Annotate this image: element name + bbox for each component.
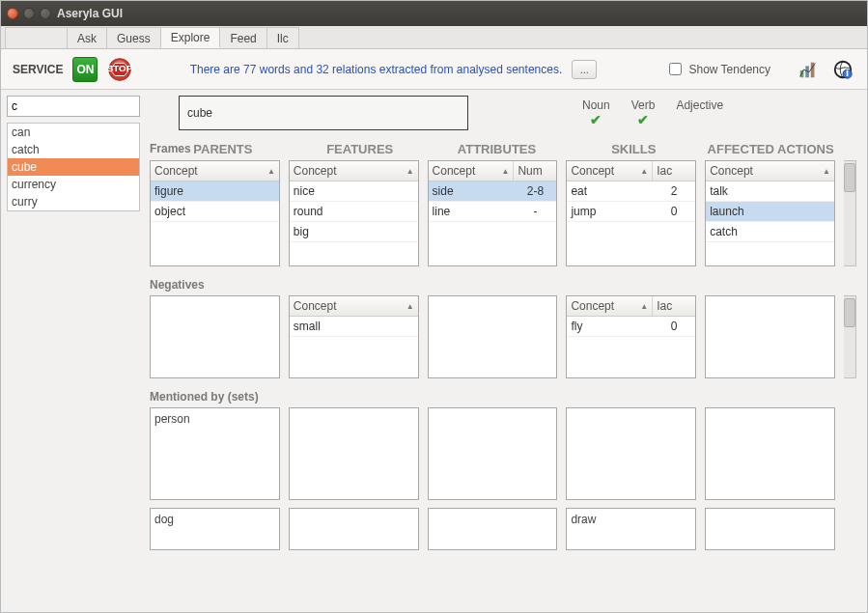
row-scrollbar[interactable] bbox=[844, 160, 857, 266]
sort-icon: ▲ bbox=[267, 167, 275, 176]
affected-table: Concept▲ talk launch catch bbox=[705, 160, 835, 266]
table-row[interactable]: fly0 bbox=[567, 317, 695, 337]
table-header[interactable]: Concept▲ bbox=[151, 161, 279, 181]
th-label: Iac bbox=[657, 164, 672, 178]
table-header[interactable]: Concept▲ bbox=[706, 161, 834, 181]
tab-guess[interactable]: Guess bbox=[106, 27, 161, 48]
mention-box[interactable] bbox=[428, 407, 558, 500]
status-text-label: There are 77 words and 32 relations extr… bbox=[190, 63, 563, 76]
show-tendency-toggle[interactable]: Show Tendency bbox=[665, 60, 770, 78]
th-label: Concept bbox=[294, 299, 337, 313]
table-row[interactable]: object bbox=[151, 202, 279, 222]
table-row[interactable]: big bbox=[290, 222, 418, 242]
mention-box[interactable] bbox=[289, 407, 419, 500]
cell: line bbox=[429, 202, 515, 221]
list-item[interactable]: curry bbox=[8, 193, 139, 210]
cell: eat bbox=[567, 181, 653, 201]
table-row[interactable]: jump0 bbox=[567, 202, 695, 222]
svg-text:i: i bbox=[846, 67, 849, 78]
service-label: SERVICE bbox=[13, 63, 63, 76]
tab-label: Ilc bbox=[277, 32, 289, 45]
svg-text:STOP: STOP bbox=[107, 62, 132, 72]
mention-box[interactable] bbox=[566, 407, 696, 500]
col-head-attributes: ATTRIBUTES bbox=[434, 142, 561, 156]
service-stop-button[interactable]: STOP bbox=[107, 57, 132, 82]
list-item[interactable]: catch bbox=[8, 141, 139, 158]
cell: round bbox=[290, 202, 418, 221]
table-row[interactable]: talk bbox=[706, 181, 834, 202]
sort-icon: ▲ bbox=[406, 302, 414, 311]
table-header[interactable]: Concept▲ Iac bbox=[567, 161, 695, 181]
search-input[interactable] bbox=[7, 96, 140, 117]
stop-icon: STOP bbox=[107, 57, 132, 82]
table-row[interactable]: side2-8 bbox=[429, 181, 557, 202]
globe-icon[interactable]: i bbox=[830, 57, 855, 82]
pos-label: Verb bbox=[631, 98, 656, 112]
mention-box[interactable]: dog bbox=[150, 508, 280, 550]
cell: catch bbox=[706, 222, 834, 241]
mention-box[interactable] bbox=[289, 508, 419, 550]
th-label: Concept bbox=[571, 299, 614, 313]
list-item[interactable]: can bbox=[8, 124, 139, 141]
toolbar: SERVICE ON STOP There are 77 words and 3… bbox=[1, 49, 867, 90]
th-label: Concept bbox=[154, 164, 198, 178]
table-row[interactable]: figure bbox=[151, 181, 279, 202]
window-title: Aseryla GUI bbox=[57, 7, 123, 20]
service-on-button[interactable]: ON bbox=[72, 57, 98, 82]
tab-label: Feed bbox=[230, 32, 256, 45]
current-word-box: cube bbox=[179, 96, 468, 130]
tab-label: Guess bbox=[117, 32, 151, 45]
th-label: Concept bbox=[294, 164, 337, 178]
mention-box[interactable]: person bbox=[150, 407, 280, 500]
window-minimize-icon[interactable] bbox=[23, 8, 35, 19]
tab-label: Explore bbox=[171, 31, 210, 44]
frames-row: Concept▲ figure object Concept▲ nice rou… bbox=[150, 160, 857, 266]
table-row[interactable]: line- bbox=[429, 202, 557, 222]
tab-feed[interactable]: Feed bbox=[219, 27, 266, 48]
table-header[interactable]: Concept▲ bbox=[290, 296, 418, 317]
table-header[interactable]: Concept▲ bbox=[290, 161, 418, 181]
cell: object bbox=[151, 202, 279, 221]
list-item[interactable]: currency bbox=[8, 176, 139, 193]
show-tendency-checkbox[interactable] bbox=[669, 63, 682, 75]
tab-explore[interactable]: Explore bbox=[160, 27, 221, 48]
table-row[interactable]: eat2 bbox=[567, 181, 695, 202]
tab-ilc[interactable]: Ilc bbox=[266, 27, 299, 48]
window-close-icon[interactable] bbox=[7, 8, 18, 19]
col-head-parents: PARENTS bbox=[159, 142, 287, 156]
mention-box[interactable] bbox=[428, 508, 558, 550]
table-row[interactable]: small bbox=[290, 317, 418, 337]
cell: jump bbox=[567, 202, 653, 221]
table-header[interactable]: Concept▲ Iac bbox=[567, 296, 695, 317]
neg-parents-table bbox=[150, 295, 280, 378]
mentioned-label: Mentioned by (sets) bbox=[150, 390, 857, 404]
th-label: Concept bbox=[710, 164, 753, 178]
status-text: There are 77 words and 32 relations extr… bbox=[142, 60, 644, 79]
chart-icon[interactable] bbox=[796, 57, 821, 82]
col-head-features: FEATURES bbox=[296, 142, 424, 156]
status-more-button[interactable]: ... bbox=[572, 60, 597, 79]
check-placeholder bbox=[698, 112, 701, 125]
table-row[interactable]: round bbox=[290, 202, 418, 222]
features-table: Concept▲ nice round big bbox=[289, 160, 419, 266]
list-item[interactable]: cube bbox=[8, 158, 139, 176]
mention-box[interactable]: draw bbox=[566, 508, 696, 550]
cell: fly bbox=[567, 317, 653, 336]
mentioned-row1: person bbox=[150, 407, 857, 500]
window-maximize-icon[interactable] bbox=[40, 8, 51, 19]
cell: 0 bbox=[653, 202, 695, 221]
tab-bar: Ask Guess Explore Feed Ilc bbox=[1, 26, 867, 49]
tab-ask[interactable]: Ask bbox=[67, 27, 107, 48]
table-row[interactable]: catch bbox=[706, 222, 834, 242]
sort-icon: ▲ bbox=[406, 167, 414, 176]
table-row[interactable]: launch bbox=[706, 202, 834, 222]
table-header[interactable]: Concept▲ Num bbox=[429, 161, 557, 181]
neg-skills-table: Concept▲ Iac fly0 bbox=[566, 295, 696, 378]
titlebar: Aseryla GUI bbox=[1, 1, 867, 26]
tab-blank[interactable] bbox=[5, 27, 68, 48]
row-scrollbar[interactable] bbox=[844, 295, 857, 378]
column-headers: Frames PARENTS FEATURES ATTRIBUTES SKILL… bbox=[150, 142, 857, 156]
mention-box[interactable] bbox=[705, 508, 835, 550]
mention-box[interactable] bbox=[705, 407, 835, 500]
table-row[interactable]: nice bbox=[290, 181, 418, 202]
